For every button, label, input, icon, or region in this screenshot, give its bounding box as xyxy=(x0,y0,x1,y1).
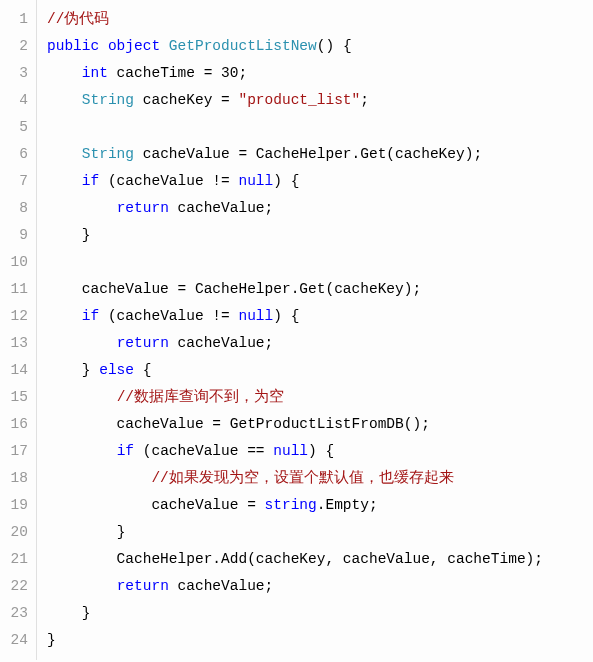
line-number: 3 xyxy=(0,60,28,87)
code-line[interactable]: if (cacheValue == null) { xyxy=(47,438,593,465)
token-comment: //数据库查询不到，为空 xyxy=(117,389,284,405)
code-line[interactable]: cacheValue = CacheHelper.Get(cacheKey); xyxy=(47,276,593,303)
code-line[interactable]: return cacheValue; xyxy=(47,195,593,222)
code-line[interactable]: if (cacheValue != null) { xyxy=(47,303,593,330)
token-keyword: public xyxy=(47,38,99,54)
line-number: 17 xyxy=(0,438,28,465)
token-punct: ) { xyxy=(273,173,299,189)
code-line[interactable]: CacheHelper.Add(cacheKey, cacheValue, ca… xyxy=(47,546,593,573)
token-keyword: return xyxy=(117,578,169,594)
code-line[interactable]: } xyxy=(47,600,593,627)
code-line[interactable]: //伪代码 xyxy=(47,6,593,33)
code-line[interactable] xyxy=(47,114,593,141)
line-number: 19 xyxy=(0,492,28,519)
token-punct: ) { xyxy=(273,308,299,324)
token-punct: ) { xyxy=(308,443,334,459)
line-number: 13 xyxy=(0,330,28,357)
token-text: (cacheValue == xyxy=(134,443,273,459)
code-line[interactable]: //如果发现为空，设置个默认值，也缓存起来 xyxy=(47,465,593,492)
token-string: "product_list" xyxy=(238,92,360,108)
token-punct: } xyxy=(82,605,91,621)
code-line[interactable]: } xyxy=(47,222,593,249)
token-text xyxy=(47,173,82,189)
line-number-gutter: 123456789101112131415161718192021222324 xyxy=(0,0,37,660)
code-line[interactable]: cacheValue = string.Empty; xyxy=(47,492,593,519)
token-punct: ; xyxy=(360,92,369,108)
code-line[interactable]: cacheValue = GetProductListFromDB(); xyxy=(47,411,593,438)
token-text xyxy=(47,119,56,135)
token-text xyxy=(47,335,117,351)
code-line[interactable]: } xyxy=(47,627,593,654)
line-number: 2 xyxy=(0,33,28,60)
token-text xyxy=(47,254,56,270)
token-punct: } xyxy=(117,524,126,540)
token-text xyxy=(47,92,82,108)
token-keyword: object xyxy=(108,38,160,54)
token-text: cacheTime = xyxy=(108,65,221,81)
line-number: 11 xyxy=(0,276,28,303)
token-text xyxy=(160,38,169,54)
token-text xyxy=(47,200,117,216)
code-line[interactable]: //数据库查询不到，为空 xyxy=(47,384,593,411)
line-number: 9 xyxy=(0,222,28,249)
token-text: (cacheValue != xyxy=(99,308,238,324)
token-usertype: String xyxy=(82,92,134,108)
token-text xyxy=(47,362,82,378)
token-keyword: int xyxy=(82,65,108,81)
code-line[interactable]: return cacheValue; xyxy=(47,573,593,600)
line-number: 14 xyxy=(0,357,28,384)
line-number: 6 xyxy=(0,141,28,168)
token-text: cacheValue = xyxy=(47,497,265,513)
token-keyword: return xyxy=(117,200,169,216)
token-method: GetProductListNew xyxy=(169,38,317,54)
token-text xyxy=(47,65,82,81)
line-number: 5 xyxy=(0,114,28,141)
line-number: 21 xyxy=(0,546,28,573)
code-line[interactable]: } xyxy=(47,519,593,546)
token-text: .Empty; xyxy=(317,497,378,513)
token-text xyxy=(47,389,117,405)
token-punct: } xyxy=(47,632,56,648)
token-text: cacheValue = CacheHelper.Get(cacheKey); xyxy=(134,146,482,162)
line-number: 4 xyxy=(0,87,28,114)
token-punct: } xyxy=(82,227,91,243)
token-keyword: string xyxy=(265,497,317,513)
token-keyword: null xyxy=(273,443,308,459)
token-keyword: if xyxy=(82,173,99,189)
line-number: 10 xyxy=(0,249,28,276)
code-line[interactable]: public object GetProductListNew() { xyxy=(47,33,593,60)
code-line[interactable] xyxy=(47,249,593,276)
token-text: cacheValue; xyxy=(169,335,273,351)
line-number: 8 xyxy=(0,195,28,222)
token-keyword: null xyxy=(238,308,273,324)
code-line[interactable]: } else { xyxy=(47,357,593,384)
code-editor: 123456789101112131415161718192021222324 … xyxy=(0,0,593,660)
line-number: 7 xyxy=(0,168,28,195)
line-number: 1 xyxy=(0,6,28,33)
token-keyword: else xyxy=(99,362,134,378)
token-text xyxy=(47,443,117,459)
code-line[interactable]: String cacheValue = CacheHelper.Get(cach… xyxy=(47,141,593,168)
code-line[interactable]: if (cacheValue != null) { xyxy=(47,168,593,195)
token-text xyxy=(47,470,151,486)
line-number: 20 xyxy=(0,519,28,546)
token-punct: ; xyxy=(238,65,247,81)
token-text xyxy=(47,578,117,594)
token-text: (cacheValue != xyxy=(99,173,238,189)
token-text xyxy=(47,605,82,621)
token-text: cacheValue; xyxy=(169,200,273,216)
token-text: cacheValue; xyxy=(169,578,273,594)
token-punct: } xyxy=(82,362,99,378)
line-number: 15 xyxy=(0,384,28,411)
token-text xyxy=(47,308,82,324)
code-line[interactable]: return cacheValue; xyxy=(47,330,593,357)
token-text: CacheHelper.Add(cacheKey, cacheValue, ca… xyxy=(47,551,543,567)
code-line[interactable]: String cacheKey = "product_list"; xyxy=(47,87,593,114)
token-keyword: return xyxy=(117,335,169,351)
line-number: 16 xyxy=(0,411,28,438)
code-content[interactable]: //伪代码public object GetProductListNew() {… xyxy=(37,0,593,660)
line-number: 18 xyxy=(0,465,28,492)
line-number: 12 xyxy=(0,303,28,330)
code-line[interactable]: int cacheTime = 30; xyxy=(47,60,593,87)
line-number: 23 xyxy=(0,600,28,627)
